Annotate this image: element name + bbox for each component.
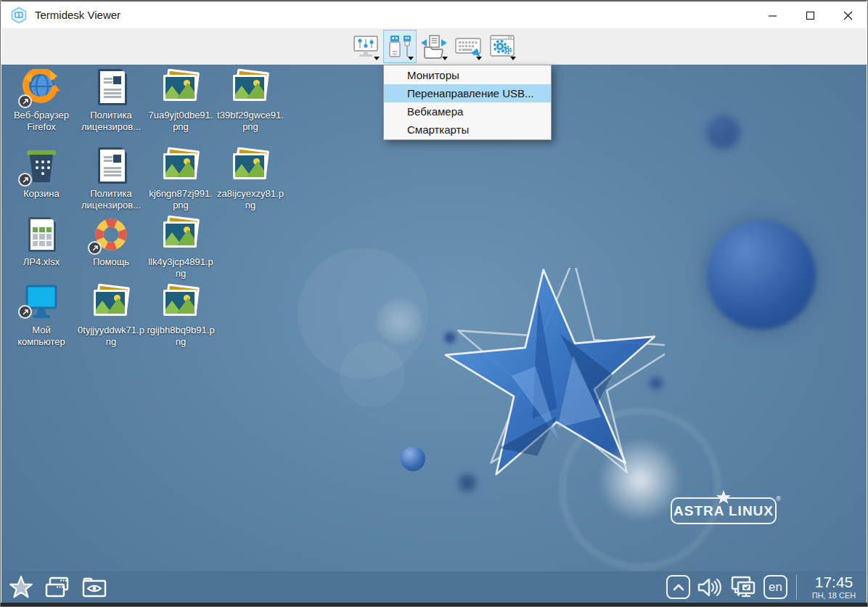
icon-label: Веб-браузер Firefox (7, 110, 75, 133)
icon-label: kj6ngn87zj991.png (147, 188, 215, 211)
tray-divider (796, 575, 797, 600)
desktop-icon-xlsx[interactable]: ЛР4.xlsx (7, 216, 75, 268)
desktop-icon-png-file[interactable]: za8ijcyexzy81.png (216, 147, 284, 211)
window-title: Termidesk Viewer (35, 9, 120, 21)
lens-flare (340, 342, 405, 407)
menu-item-monitors[interactable]: Мониторы (384, 66, 551, 84)
image-file-icon (163, 150, 200, 179)
menu-item-webcam[interactable]: Вебкамера (384, 102, 551, 121)
window-list-icon[interactable] (44, 576, 70, 599)
titlebar: Termidesk Viewer (1, 1, 867, 28)
display-network-icon[interactable] (728, 575, 757, 600)
keyboard-redirect-button[interactable] (451, 30, 485, 63)
dropdown-caret-icon (374, 57, 380, 60)
clock-date: ПН, 18 СЕН (806, 591, 862, 600)
icon-label: rgijbh8bq9b91.png (147, 325, 215, 348)
desktop-icon-firefox[interactable]: Веб-браузер Firefox (7, 69, 75, 133)
icon-label: Политика лицензиров... (77, 188, 145, 211)
desktop-icon-png-file[interactable]: rgijbh8bq9b91.png (147, 284, 215, 348)
chevron-up-icon (673, 583, 684, 592)
icon-label: Корзина (7, 188, 75, 200)
icon-label: Помощь (77, 256, 145, 268)
session-settings-button[interactable] (486, 30, 519, 63)
icon-label: 7ua9yjt0dbe91.png (147, 110, 215, 133)
usb-redirect-menu: Мониторы Перенаправление USB... Вебкамер… (383, 65, 552, 140)
desktop-icon-policy-doc[interactable]: Политика лицензиров... (77, 147, 145, 211)
astra-brand-text: ASTRA LINUX (673, 503, 774, 519)
image-file-icon (233, 72, 269, 101)
icon-label: llk4y3jcp4891.png (147, 256, 215, 280)
termidesk-logo-icon (10, 7, 28, 24)
menu-item-smartcards[interactable]: Смарткарты (384, 121, 551, 139)
volume-icon[interactable] (697, 576, 721, 599)
icon-label: ЛР4.xlsx (7, 256, 75, 268)
maximize-icon (806, 11, 815, 20)
close-button[interactable] (829, 1, 867, 29)
document-icon (98, 69, 127, 105)
shortcut-arrow-icon (18, 94, 32, 108)
close-icon (843, 11, 853, 20)
remote-taskbar: en 17:45 ПН, 18 СЕН (1, 571, 867, 603)
icon-label: za8ijcyexzy81.png (216, 188, 284, 211)
image-file-icon (233, 150, 269, 179)
desktop-icon-trash[interactable]: Корзина (7, 147, 75, 200)
usb-redirect-button[interactable] (383, 30, 417, 63)
display-settings-button[interactable] (349, 30, 382, 63)
sphere-glossy (401, 447, 425, 471)
sphere-large (707, 221, 816, 330)
desktop-icon-help[interactable]: Помощь (77, 216, 145, 268)
sphere-blurred-top (706, 115, 740, 149)
icon-label: 0tyjjyyddwk71.png (77, 325, 145, 348)
minimize-button[interactable] (753, 1, 791, 29)
keyboard-layout-indicator[interactable]: en (763, 575, 787, 599)
shortcut-arrow-icon (18, 305, 32, 319)
menu-item-usb-redirect[interactable]: Перенаправление USB... (384, 84, 551, 102)
shortcut-arrow-icon (88, 241, 102, 255)
desktop-icon-png-file[interactable]: 0tyjjyyddwk71.png (77, 284, 145, 348)
shortcut-arrow-icon (18, 173, 32, 187)
image-file-icon (163, 219, 200, 248)
app-menu-star-icon[interactable] (9, 575, 33, 600)
desktop-icon-png-file[interactable]: t39bf29gwce91.png (216, 69, 284, 133)
desktop-folder-icon[interactable] (81, 576, 107, 599)
registered-mark: ® (776, 495, 781, 502)
dropdown-caret-icon (442, 57, 448, 60)
clock-time: 17:45 (806, 574, 862, 590)
desktop-icon-my-computer[interactable]: Мой компьютер (7, 284, 75, 348)
astra-linux-logo: ASTRA LINUX ® (669, 490, 778, 526)
termidesk-viewer-window: Termidesk Viewer (0, 0, 868, 607)
remote-desktop: ASTRA LINUX ® Веб-браузер Firef (1, 65, 867, 573)
file-transfer-button[interactable] (417, 30, 451, 63)
tray-expand-button[interactable] (666, 575, 690, 599)
dropdown-caret-icon (408, 57, 414, 60)
keyboard-layout-label: en (769, 580, 782, 595)
minimize-icon (768, 11, 777, 20)
clock[interactable]: 17:45 ПН, 18 СЕН (806, 574, 862, 600)
lens-flare (376, 298, 422, 345)
desktop-icon-png-file[interactable]: llk4y3jcp4891.png (147, 216, 215, 280)
document-icon (98, 147, 127, 184)
icon-label: t39bf29gwce91.png (216, 110, 284, 133)
dropdown-caret-icon (510, 57, 516, 60)
icon-label: Мой компьютер (7, 325, 75, 348)
computer-icon (21, 284, 62, 325)
window-bottom-edge (1, 603, 867, 606)
desktop-icon-png-file[interactable]: 7ua9yjt0dbe91.png (147, 69, 215, 133)
maximize-button[interactable] (791, 1, 829, 29)
desktop-icon-policy-doc[interactable]: Политика лицензиров... (77, 69, 145, 133)
desktop-icon-png-file[interactable]: kj6ngn87zj991.png (147, 147, 215, 211)
viewer-toolbar (1, 28, 867, 65)
icon-label: Политика лицензиров... (77, 110, 145, 133)
image-file-icon (163, 72, 200, 101)
image-file-icon (163, 287, 200, 316)
dropdown-caret-icon (476, 57, 482, 60)
image-file-icon (94, 287, 130, 316)
